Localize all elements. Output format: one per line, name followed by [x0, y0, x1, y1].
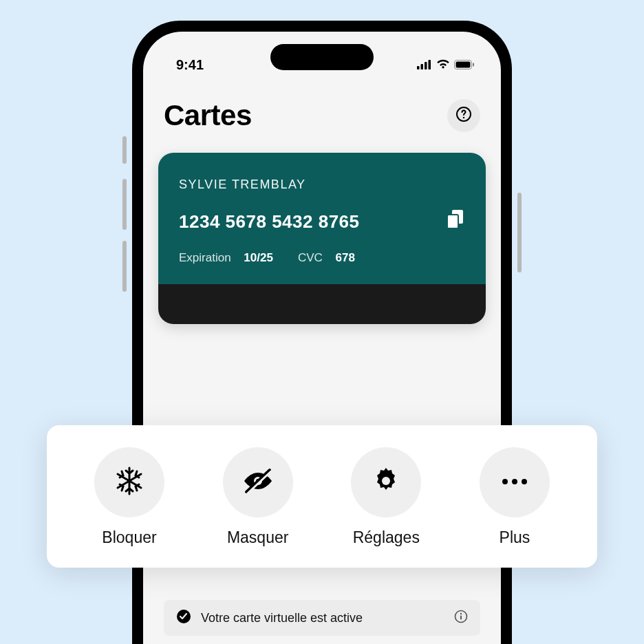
phone-side-button	[122, 136, 127, 164]
battery-icon	[454, 57, 475, 73]
cvc-label: CVC	[298, 251, 323, 264]
more-label: Plus	[500, 528, 530, 547]
gear-icon	[371, 466, 401, 499]
card-status-banner: Votre carte virtuelle est active	[164, 600, 480, 636]
info-icon[interactable]	[454, 610, 468, 626]
svg-rect-2	[425, 62, 427, 69]
settings-action[interactable]: Réglages	[331, 447, 441, 547]
svg-point-24	[460, 613, 462, 614]
card-meta: Expiration 10/25 CVC 678	[179, 251, 465, 265]
svg-point-21	[522, 479, 527, 484]
cvc-value: 678	[336, 251, 355, 264]
help-button[interactable]	[447, 99, 480, 132]
card-holder-name: SYLVIE TREMBLAY	[179, 178, 465, 192]
eye-off-icon	[241, 467, 275, 497]
card-status-text: Votre carte virtuelle est active	[201, 611, 444, 625]
phone-side-button	[122, 241, 127, 292]
more-action[interactable]: Plus	[460, 447, 570, 547]
more-icon	[501, 476, 528, 489]
cellular-icon	[417, 57, 432, 73]
phone-notch	[270, 44, 374, 70]
svg-rect-5	[456, 61, 471, 67]
snowflake-icon	[114, 465, 145, 500]
mask-action[interactable]: Masquer	[203, 447, 313, 547]
svg-rect-1	[421, 64, 424, 69]
page-title: Cartes	[164, 99, 252, 132]
svg-rect-10	[447, 215, 458, 228]
svg-rect-6	[473, 63, 474, 66]
card-back-strip	[158, 284, 486, 324]
page-header: Cartes	[143, 80, 501, 146]
svg-point-19	[502, 479, 508, 484]
svg-rect-0	[417, 66, 420, 69]
svg-point-18	[382, 477, 390, 485]
block-label: Bloquer	[102, 528, 156, 547]
svg-rect-3	[429, 60, 431, 69]
settings-label: Réglages	[353, 528, 420, 547]
mask-label: Masquer	[227, 528, 288, 547]
phone-side-button	[517, 193, 522, 272]
expiration-label: Expiration	[179, 251, 231, 264]
svg-point-8	[463, 117, 464, 118]
status-icons	[417, 57, 475, 73]
svg-point-20	[512, 479, 517, 484]
expiration-value: 10/25	[244, 251, 273, 264]
card-front: SYLVIE TREMBLAY 1234 5678 5432 8765 Expi…	[158, 153, 486, 284]
card-number: 1234 5678 5432 8765	[179, 211, 360, 233]
virtual-card[interactable]: SYLVIE TREMBLAY 1234 5678 5432 8765 Expi…	[158, 153, 486, 324]
copy-icon[interactable]	[447, 210, 465, 233]
check-circle-icon	[176, 609, 191, 627]
phone-side-button	[122, 179, 127, 230]
svg-rect-25	[460, 616, 462, 620]
status-time: 9:41	[176, 57, 204, 73]
question-icon	[455, 106, 472, 125]
block-action[interactable]: Bloquer	[74, 447, 184, 547]
card-actions-panel: Bloquer Masquer R	[47, 425, 597, 568]
wifi-icon	[436, 57, 451, 73]
